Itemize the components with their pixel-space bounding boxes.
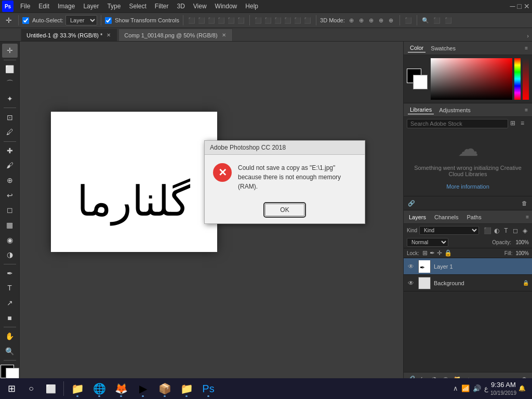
extras-icon[interactable]: ⬛ (444, 16, 453, 25)
winrar-taskbar[interactable]: 📦 (154, 379, 175, 398)
tray-arrow-icon[interactable]: ∧ (453, 384, 458, 392)
align-center-v-icon[interactable]: ⬛ (227, 16, 236, 25)
healing-tool[interactable]: ✚ (2, 144, 18, 158)
minimize-btn[interactable]: ─ (510, 2, 515, 10)
alpha-slider[interactable] (523, 58, 529, 100)
dist-center-v-icon[interactable]: ⬛ (293, 16, 302, 25)
align-right-icon[interactable]: ⬛ (207, 16, 216, 25)
color-gradient-area[interactable] (431, 58, 529, 100)
search-icon[interactable]: 🔍 (421, 16, 430, 25)
menu-image[interactable]: Image (54, 2, 78, 11)
libraries-link-icon[interactable]: 🔗 (407, 198, 416, 208)
edge-taskbar[interactable]: 🌐 (89, 379, 110, 398)
dodge-tool[interactable]: ◑ (2, 248, 18, 262)
tab-comp-close[interactable]: ✕ (221, 32, 227, 38)
3d-orbit-icon[interactable]: ⊕ (347, 16, 356, 25)
auto-select-dropdown[interactable]: Layer Group (65, 15, 97, 25)
tab-untitled[interactable]: Untitled-1 @ 33.3% (RGB/8) * ✕ (21, 29, 117, 41)
menu-help[interactable]: Help (242, 2, 262, 11)
tray-input-icon[interactable]: ع (484, 384, 488, 392)
tab-scroll-arrow[interactable]: › (527, 33, 529, 39)
dialog-ok-button[interactable]: OK (265, 204, 304, 216)
tab-untitled-close[interactable]: ✕ (105, 32, 112, 38)
tray-sound-icon[interactable]: 🔊 (473, 384, 481, 392)
tab-layers[interactable]: Layers (407, 213, 428, 221)
dist-center-h-icon[interactable]: ⬛ (263, 16, 273, 25)
crop-tool[interactable]: ⊡ (2, 110, 18, 124)
maximize-btn[interactable]: □ (517, 2, 522, 10)
menu-layer[interactable]: Layer (79, 2, 102, 11)
tray-network-icon[interactable]: 📶 (461, 384, 470, 392)
file-explorer-taskbar[interactable]: 📁 (67, 379, 88, 398)
dist-right-icon[interactable]: ⬛ (273, 16, 283, 25)
lock-transparent-icon[interactable]: ⊞ (422, 249, 428, 257)
close-btn[interactable]: ✕ (524, 2, 530, 10)
more-info-link[interactable]: More information (446, 183, 489, 190)
menu-view[interactable]: View (190, 2, 210, 11)
eraser-tool[interactable]: ◻ (2, 203, 18, 217)
gradient-tool[interactable]: ▦ (2, 218, 18, 232)
pixel-filter-icon[interactable]: ⬛ (483, 227, 491, 235)
text-tool[interactable]: T (2, 281, 18, 295)
3d-slide-icon[interactable]: ⊕ (377, 16, 386, 25)
path-tool[interactable]: ↗ (2, 296, 18, 310)
clone-tool[interactable]: ⊕ (2, 174, 18, 188)
dist-left-icon[interactable]: ⬛ (254, 16, 263, 25)
tab-channels[interactable]: Channels (432, 213, 460, 221)
auto-select-checkbox[interactable] (22, 17, 29, 24)
dist-top-icon[interactable]: ⬛ (283, 16, 292, 25)
hue-slider[interactable] (514, 58, 521, 100)
move-tool-icon[interactable]: ✛ (3, 15, 15, 26)
layer-row[interactable]: 👁 Background 🔒 (404, 275, 532, 291)
layer-visibility-icon[interactable]: 👁 (407, 279, 415, 287)
tab-comp[interactable]: Comp 1_00148.png @ 50% (RGB/8) ✕ (118, 29, 232, 41)
lock-pixels-icon[interactable]: ✒ (430, 249, 435, 257)
history-tool[interactable]: ↩ (2, 188, 18, 202)
task-view-button[interactable]: ⬜ (42, 379, 60, 398)
layer-row[interactable]: 👁 ✒ Layer 1 (404, 258, 532, 275)
pen-tool[interactable]: ✒ (2, 267, 18, 281)
hand-tool[interactable]: ✋ (2, 329, 18, 343)
firefox-taskbar[interactable]: 🦊 (111, 379, 131, 398)
blur-tool[interactable]: ◉ (2, 233, 18, 247)
menu-3d[interactable]: 3D (173, 2, 188, 11)
shape-tool[interactable]: ■ (2, 311, 18, 325)
photoshop-taskbar[interactable]: Ps (198, 379, 219, 398)
transform-controls-checkbox[interactable] (105, 17, 112, 24)
tab-libraries[interactable]: Libraries (408, 105, 434, 114)
move-tool[interactable]: ✛ (2, 44, 18, 58)
tab-paths[interactable]: Paths (465, 213, 484, 221)
lock-all-icon[interactable]: 🔒 (444, 249, 452, 257)
smart-filter-icon[interactable]: ◈ (521, 227, 529, 235)
view-mode-icon[interactable]: ⬛ (432, 16, 442, 25)
tab-swatches[interactable]: Swatches (429, 44, 458, 52)
menu-select[interactable]: Select (125, 2, 150, 11)
dist-bottom-icon[interactable]: ⬛ (303, 16, 312, 25)
color-panel-menu-icon[interactable]: ≡ (525, 45, 528, 51)
lock-position-icon[interactable]: ✛ (437, 249, 442, 257)
color-saturation-brightness[interactable] (431, 58, 512, 100)
background-swatch[interactable] (413, 75, 428, 89)
libraries-grid-view-icon[interactable]: ⊞ (510, 119, 518, 128)
eyedropper-tool[interactable]: 🖊 (2, 125, 18, 139)
menu-file[interactable]: File (17, 2, 34, 11)
libraries-delete-icon[interactable]: 🗑 (520, 198, 529, 208)
align-left-icon[interactable]: ⬛ (187, 16, 196, 25)
marquee-tool[interactable]: ⬜ (2, 62, 18, 76)
layers-kind-dropdown[interactable]: Kind (419, 226, 479, 235)
3d-scale-icon[interactable]: ⊕ (387, 16, 396, 25)
layers-panel-menu-icon[interactable]: ≡ (526, 214, 529, 220)
lasso-tool[interactable]: ⌒ (2, 77, 18, 91)
menu-filter[interactable]: Filter (151, 2, 172, 11)
tab-adjustments[interactable]: Adjustments (437, 106, 473, 114)
adjust-filter-icon[interactable]: ◐ (493, 227, 501, 235)
tab-color[interactable]: Color (408, 44, 425, 52)
arrange-icon[interactable]: ⬛ (404, 16, 413, 25)
start-button[interactable]: ⊞ (2, 379, 21, 398)
3d-pan-icon[interactable]: ⊕ (367, 16, 376, 25)
brush-tool[interactable]: 🖌 (2, 158, 18, 172)
align-bottom-icon[interactable]: ⬛ (236, 16, 246, 25)
align-top-icon[interactable]: ⬛ (217, 16, 226, 25)
blend-mode-dropdown[interactable]: Normal (407, 238, 448, 247)
libraries-list-view-icon[interactable]: ≡ (521, 119, 529, 128)
